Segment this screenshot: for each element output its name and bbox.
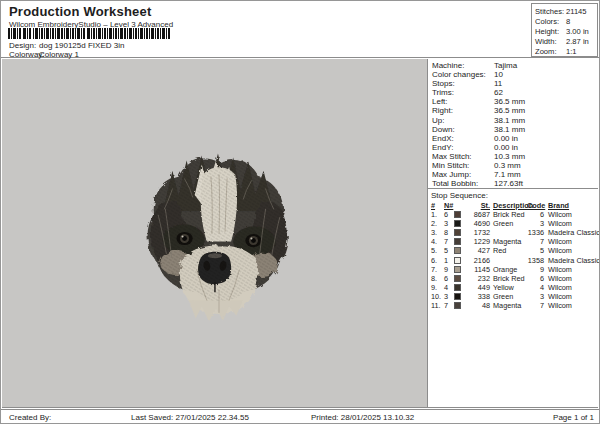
thread-code: 3 — [527, 292, 544, 301]
machine-info-value: 7.1 mm — [494, 170, 598, 179]
machine-info-value: 11 — [494, 79, 598, 88]
machine-info-value: 10 — [494, 70, 598, 79]
col-header-needle: N# — [444, 201, 454, 210]
needle-number: 5 — [444, 246, 454, 255]
thread-color-swatch — [454, 293, 461, 300]
thread-description: Yellow — [490, 283, 527, 292]
stitch-count: 4690 — [465, 219, 490, 228]
thread-color-swatch — [454, 211, 461, 218]
row-number: 3. — [431, 228, 444, 237]
thread-color-swatch — [454, 302, 461, 309]
machine-info-value: 38.1 mm — [494, 116, 598, 125]
stitch-count: 2166 — [465, 256, 490, 265]
col-header-num: # — [431, 201, 444, 210]
thread-code: 1358 — [527, 256, 544, 265]
footer: Created By: Last Saved: 27/01/2025 22.34… — [1, 409, 599, 424]
machine-info-label: Stops: — [432, 79, 494, 88]
stop-sequence-header-row: # N# St. Description Code Brand — [431, 201, 596, 210]
summary-label: Stitches: — [535, 7, 566, 17]
row-number: 5. — [431, 246, 444, 255]
machine-info-row: Down: 38.1 mm — [432, 125, 598, 134]
stop-sequence-row: 1. 6 8687 Brick Red 6 Wilcom — [431, 210, 596, 219]
stitch-count: 8687 — [465, 210, 490, 219]
design-label: Design: — [9, 41, 39, 50]
summary-row: Stitches: 21145 — [535, 7, 597, 17]
machine-info-value: 38.1 mm — [494, 125, 598, 134]
machine-info-row: Left: 36.5 mm — [432, 97, 598, 106]
needle-number: 6 — [444, 210, 454, 219]
row-number: 2. — [431, 219, 444, 228]
summary-label: Height: — [535, 27, 566, 37]
machine-info-label: Up: — [432, 116, 494, 125]
thread-description: Brick Red — [490, 274, 527, 283]
stop-sequence-row: 5. 5 427 Red 5 Wilcom — [431, 246, 596, 255]
page-indicator: Page 1 of 1 — [553, 413, 594, 422]
machine-info-value: Tajima — [494, 61, 598, 70]
machine-info-row: Max Jump: 7.1 mm — [432, 170, 598, 179]
machine-info-row: Total Bobbin: 127.63ft — [432, 179, 598, 188]
colorway-label: Colorway: — [9, 50, 39, 59]
col-header-brand: Brand — [544, 201, 596, 210]
worksheet-header: Production Worksheet Wilcom EmbroiderySt… — [1, 1, 599, 58]
thread-description: Green — [490, 292, 527, 301]
thread-brand: Wilcom — [544, 210, 596, 219]
row-number: 11. — [431, 301, 444, 310]
printed-text: Printed: 28/01/2025 13.10.32 — [311, 413, 414, 422]
machine-info-row: Right: 36.5 mm — [432, 106, 598, 115]
thread-code: 6 — [527, 210, 544, 219]
row-number: 9. — [431, 283, 444, 292]
summary-label: Colors: — [535, 17, 566, 27]
thread-code: 1336 — [527, 228, 544, 237]
machine-info-box: Machine: Tajima Color changes: 10 Stops:… — [428, 58, 598, 189]
machine-info-row: EndY: 0.00 in — [432, 143, 598, 152]
col-header-description: Description — [490, 201, 527, 210]
summary-value: 21145 — [566, 7, 587, 17]
thread-code: 5 — [527, 246, 544, 255]
stop-sequence-row: 10. 3 338 Green 3 Wilcom — [431, 292, 596, 301]
thread-color-swatch — [454, 229, 461, 236]
stop-sequence-row: 2. 3 4690 Green 3 Wilcom — [431, 219, 596, 228]
thread-description — [490, 256, 527, 265]
machine-info-row: Machine: Tajima — [432, 61, 598, 70]
machine-info-label: Min Stitch: — [432, 161, 494, 170]
machine-info-label: Left: — [432, 97, 494, 106]
design-row: Design: dog 190125d FIXED 3in — [9, 41, 124, 50]
thread-brand: Wilcom — [544, 283, 596, 292]
stitch-count: 1145 — [465, 265, 490, 274]
machine-info-label: Machine: — [432, 61, 494, 70]
stop-sequence-row: 8. 6 232 Brick Red 6 Wilcom — [431, 274, 596, 283]
stop-sequence-row: 11. 7 48 Magenta 7 Wilcom — [431, 301, 596, 310]
machine-info-row: Max Stitch: 10.3 mm — [432, 152, 598, 161]
machine-info-label: Max Stitch: — [432, 152, 494, 161]
thread-description — [490, 228, 527, 237]
thread-color-swatch — [454, 275, 461, 282]
summary-label: Width: — [535, 37, 566, 47]
stop-sequence-row: 7. 9 1145 Orange 9 Wilcom — [431, 265, 596, 274]
thread-brand: Wilcom — [544, 274, 596, 283]
needle-number: 9 — [444, 265, 454, 274]
thread-color-swatch — [454, 284, 461, 291]
summary-value: 8 — [566, 17, 570, 27]
thread-code: 7 — [527, 301, 544, 310]
summary-label: Zoom: — [535, 47, 566, 57]
needle-number: 4 — [444, 283, 454, 292]
dog-embroidery-design — [138, 148, 300, 326]
design-preview-area — [2, 59, 428, 408]
thread-description: Green — [490, 219, 527, 228]
machine-info-row: Stops: 11 — [432, 79, 598, 88]
needle-number: 7 — [444, 301, 454, 310]
stitch-count: 338 — [465, 292, 490, 301]
machine-info-value: 0.00 in — [494, 143, 598, 152]
machine-info-value: 36.5 mm — [494, 106, 598, 115]
needle-number: 3 — [444, 219, 454, 228]
thread-color-swatch — [454, 257, 461, 264]
thread-brand: Madeira Classic 40 — [544, 256, 600, 265]
machine-info-row: Up: 38.1 mm — [432, 116, 598, 125]
summary-row: Zoom: 1:1 — [535, 47, 597, 57]
needle-number: 7 — [444, 237, 454, 246]
machine-info-label: Trims: — [432, 88, 494, 97]
stop-sequence-title: Stop Sequence: — [431, 191, 596, 201]
stitch-count: 1732 — [465, 228, 490, 237]
thread-code: 4 — [527, 283, 544, 292]
machine-info-value: 127.63ft — [494, 179, 598, 188]
